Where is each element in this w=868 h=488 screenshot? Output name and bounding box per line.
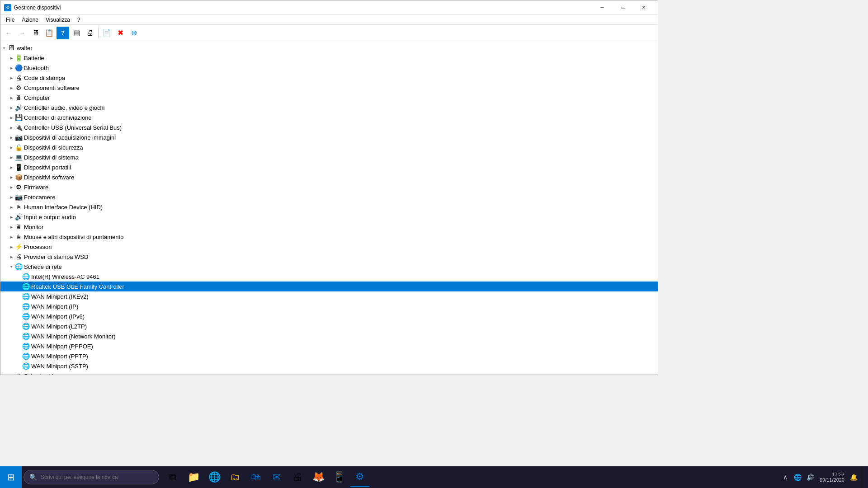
tree-item-wan-l2tp[interactable]: 🌐 WAN Miniport (L2TP) — [0, 321, 658, 331]
expand-componenti-sw[interactable] — [8, 84, 15, 91]
tree-item-code-stampa[interactable]: 🖨 Code di stampa — [0, 73, 658, 83]
show-desktop-button[interactable] — [861, 466, 864, 488]
print-mgr-button[interactable]: 🖨 — [288, 467, 307, 487]
notification-icon[interactable]: 🔔 — [848, 472, 859, 483]
tray-clock[interactable]: 17:37 09/11/2020 — [818, 472, 846, 483]
tree-item-intel-wireless[interactable]: 🌐 Intel(R) Wireless-AC 9461 — [0, 272, 658, 282]
cpu-icon: ⚡ — [15, 243, 22, 250]
expand-mouse[interactable] — [8, 233, 15, 240]
mail-button[interactable]: ✉ — [267, 467, 287, 487]
add-device-button[interactable]: ⊕ — [127, 27, 140, 39]
tree-item-immagini[interactable]: 📷 Dispositivi di acquisizione immagini — [0, 132, 658, 142]
wan-pptp-label: WAN Miniport (PPTP) — [31, 353, 88, 360]
expand-provider-stampa[interactable] — [8, 253, 15, 260]
tree-item-wan-ipv6[interactable]: 🌐 WAN Miniport (IPv6) — [0, 311, 658, 321]
uninstall-button[interactable]: ✖ — [114, 27, 127, 39]
expand-code-stampa[interactable] — [8, 74, 15, 81]
tree-item-fotocamere[interactable]: 📷 Fotocamere — [0, 192, 658, 202]
file-explorer-button[interactable]: 📁 — [184, 467, 203, 487]
expand-audio-io[interactable] — [8, 213, 15, 221]
tree-item-portatili[interactable]: 📱 Dispositivi portatili — [0, 162, 658, 172]
print-button[interactable]: 🖨 — [84, 27, 96, 39]
expand-archiviazione[interactable] — [8, 114, 15, 121]
expand-usb[interactable] — [8, 124, 15, 131]
tree-item-schede-rete[interactable]: 🌐 Schede di rete — [0, 262, 658, 272]
minimize-button[interactable]: ─ — [592, 0, 613, 15]
tree-item-audio-io[interactable]: 🔊 Input e output audio — [0, 212, 658, 222]
explorer-button[interactable]: 🗂 — [225, 467, 245, 487]
open-device-manager-button[interactable]: 🖥 — [29, 27, 42, 39]
computer-label: Computer — [24, 94, 50, 101]
tree-view[interactable]: 🖥 walter 🔋 Batterie 🔵 Bluetooth — [0, 41, 658, 375]
tree-root-walter[interactable]: 🖥 walter — [0, 43, 658, 53]
tree-item-usb[interactable]: 🔌 Controller USB (Universal Serial Bus) — [0, 122, 658, 132]
start-button[interactable]: ⊞ — [0, 466, 22, 488]
tree-item-mouse[interactable]: 🖱 Mouse e altri dispositivi di puntament… — [0, 232, 658, 242]
device-mgr-button[interactable]: ⚙ — [350, 467, 370, 487]
expand-bluetooth[interactable] — [8, 64, 15, 71]
expand-hid[interactable] — [8, 203, 15, 211]
tree-item-schede-video[interactable]: 🖥 Schede video — [0, 371, 658, 375]
tree-item-sicurezza[interactable]: 🔒 Dispositivi di sicurezza — [0, 142, 658, 152]
tree-item-wan-pppoe[interactable]: 🌐 WAN Miniport (PPPOE) — [0, 341, 658, 351]
expand-sistema[interactable] — [8, 154, 15, 161]
tree-item-hid[interactable]: 🖱 Human Interface Device (HID) — [0, 202, 658, 212]
store-button[interactable]: 🛍 — [246, 467, 266, 487]
expand-walter[interactable] — [0, 44, 8, 52]
tree-item-realtek[interactable]: 🌐 Realtek USB GbE Family Controller — [0, 282, 658, 291]
expand-schede-video[interactable] — [8, 372, 15, 375]
tree-item-firmware[interactable]: ⚙ Firmware — [0, 182, 658, 192]
close-button[interactable]: ✕ — [633, 0, 654, 15]
tree-item-wan-ip[interactable]: 🌐 WAN Miniport (IP) — [0, 301, 658, 311]
app9-button[interactable]: 📱 — [329, 467, 349, 487]
properties-red-button[interactable]: 📄 — [100, 27, 113, 39]
chevron-tray-icon[interactable]: ∧ — [780, 472, 791, 483]
expand-schede-rete[interactable] — [8, 263, 15, 270]
tree-item-dispsw[interactable]: 📦 Dispositivi software — [0, 172, 658, 182]
expand-dispsw[interactable] — [8, 174, 15, 181]
open-panel-button[interactable]: 📋 — [43, 27, 56, 39]
tree-item-componenti-sw[interactable]: ⚙ Componenti software — [0, 83, 658, 93]
scan-button[interactable]: ▤ — [70, 27, 83, 39]
expand-audio[interactable] — [8, 104, 15, 111]
tree-item-computer[interactable]: 🖥 Computer — [0, 93, 658, 103]
tree-item-monitor[interactable]: 🖥 Monitor — [0, 222, 658, 232]
tree-item-audio[interactable]: 🔊 Controller audio, video e giochi — [0, 103, 658, 113]
tree-item-archiviazione[interactable]: 💾 Controller di archiviazione — [0, 113, 658, 122]
tree-item-wan-netmon[interactable]: 🌐 WAN Miniport (Network Monitor) — [0, 331, 658, 341]
network-tray-icon[interactable]: 🌐 — [793, 472, 803, 483]
tree-item-bluetooth[interactable]: 🔵 Bluetooth — [0, 63, 658, 73]
menu-azione[interactable]: Azione — [18, 16, 42, 24]
search-input[interactable] — [41, 474, 153, 480]
forward-button[interactable]: → — [16, 27, 28, 39]
back-button[interactable]: ← — [2, 27, 15, 39]
search-bar[interactable]: 🔍 — [24, 470, 159, 484]
expand-sicurezza[interactable] — [8, 144, 15, 151]
expand-portatili[interactable] — [8, 164, 15, 171]
edge-button[interactable]: 🌐 — [204, 467, 224, 487]
tree-item-processori[interactable]: ⚡ Processori — [0, 242, 658, 252]
tree-item-wan-sstp[interactable]: 🌐 WAN Miniport (SSTP) — [0, 361, 658, 371]
expand-monitor[interactable] — [8, 223, 15, 230]
app9-icon: 📱 — [333, 471, 345, 483]
menu-visualizza[interactable]: Visualizza — [42, 16, 74, 24]
tree-item-wan-pptp[interactable]: 🌐 WAN Miniport (PPTP) — [0, 351, 658, 361]
tree-item-sistema[interactable]: 💻 Dispositivi di sistema — [0, 152, 658, 162]
tree-item-provider-stampa[interactable]: 🖨 Provider di stampa WSD — [0, 252, 658, 262]
expand-processori[interactable] — [8, 243, 15, 250]
help-button[interactable]: ? — [57, 27, 69, 39]
expand-immagini[interactable] — [8, 134, 15, 141]
maximize-button[interactable]: ▭ — [613, 0, 633, 15]
intel-wireless-label: Intel(R) Wireless-AC 9461 — [31, 273, 99, 280]
firefox-button[interactable]: 🦊 — [308, 467, 328, 487]
tree-item-wan-ikev2[interactable]: 🌐 WAN Miniport (IKEv2) — [0, 291, 658, 301]
menu-help[interactable]: ? — [74, 16, 84, 24]
expand-fotocamere[interactable] — [8, 193, 15, 201]
expand-batterie[interactable] — [8, 54, 15, 61]
expand-computer[interactable] — [8, 94, 15, 101]
expand-firmware[interactable] — [8, 183, 15, 191]
menu-file[interactable]: File — [2, 16, 18, 24]
speaker-tray-icon[interactable]: 🔊 — [805, 472, 816, 483]
task-view-button[interactable]: ⧉ — [163, 467, 183, 487]
tree-item-batterie[interactable]: 🔋 Batterie — [0, 53, 658, 63]
